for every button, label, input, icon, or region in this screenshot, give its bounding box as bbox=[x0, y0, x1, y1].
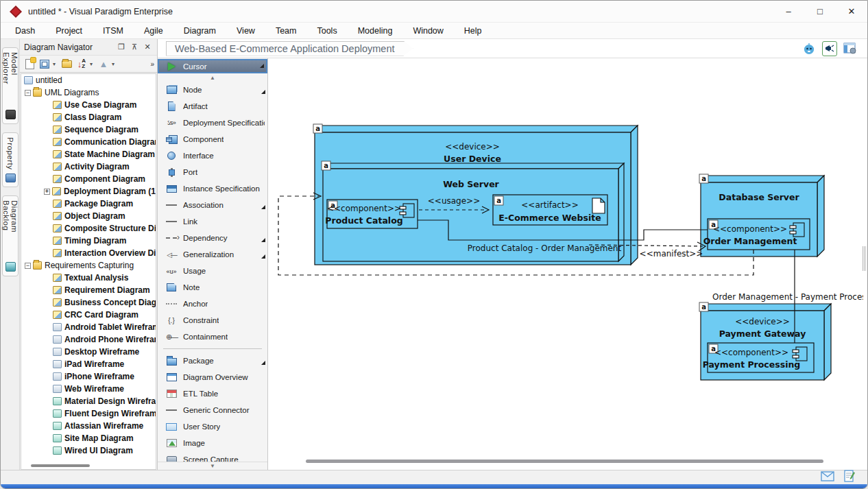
palette-tool-generic-connector[interactable]: Generic Connector bbox=[158, 402, 267, 418]
group-by-dropdown-icon[interactable]: ▾ bbox=[53, 61, 58, 67]
palette-tool-port[interactable]: Port bbox=[158, 164, 267, 180]
sort-dropdown-icon[interactable]: ▾ bbox=[90, 61, 95, 67]
tree-item-class-diagram[interactable]: Class Diagram bbox=[21, 111, 156, 123]
menu-agile[interactable]: Agile bbox=[134, 26, 173, 36]
canvas-horizontal-scrollbar[interactable] bbox=[306, 460, 823, 463]
menu-team[interactable]: Team bbox=[265, 26, 307, 36]
order-management-stereotype: <<component>> bbox=[713, 224, 787, 234]
tree-item-desktop-wireframe[interactable]: Desktop Wireframe bbox=[21, 346, 156, 358]
sort-icon[interactable]: ↓AZ bbox=[75, 57, 88, 71]
tree-item-ipad-wireframe[interactable]: iPad Wireframe bbox=[21, 358, 156, 370]
palette-tool-deployment-specification[interactable]: Deployment Specification bbox=[158, 115, 267, 131]
breadcrumb[interactable]: Web-Based E-Commerce Application Deploym… bbox=[166, 41, 413, 56]
maximize-button[interactable]: □ bbox=[804, 1, 836, 23]
palette-tool-image[interactable]: Image bbox=[158, 435, 267, 451]
collapse-toggle-icon[interactable]: − bbox=[25, 90, 31, 96]
palette-tool-constraint[interactable]: Constraint bbox=[158, 312, 267, 329]
close-icon[interactable]: ✕ bbox=[142, 42, 153, 53]
tab-property[interactable]: Property bbox=[2, 132, 19, 187]
tree-item-atlassian-wireframe[interactable]: Atlassian Wireframe bbox=[21, 420, 156, 432]
tree-item-uml-diagrams[interactable]: −UML Diagrams bbox=[21, 86, 156, 99]
palette-tool-generalization[interactable]: Generalization bbox=[158, 246, 267, 263]
menu-view[interactable]: View bbox=[226, 26, 265, 36]
menu-help[interactable]: Help bbox=[454, 26, 492, 36]
tree-horizontal-scrollbar[interactable] bbox=[31, 464, 90, 467]
palette-tool-note[interactable]: Note bbox=[158, 279, 267, 296]
panel-splitter-grip[interactable] bbox=[863, 246, 867, 271]
tree-item-crc-card-diagram[interactable]: CRC Card Diagram bbox=[21, 309, 156, 321]
tree-item-activity-diagram[interactable]: Activity Diagram bbox=[21, 160, 156, 173]
tree-item-untitled[interactable]: untitled bbox=[21, 74, 156, 86]
palette-scroll-up-icon[interactable]: ▲ bbox=[158, 73, 267, 82]
expand-toggle-icon[interactable]: + bbox=[44, 189, 50, 195]
tree-item-timing-diagram[interactable]: Timing Diagram bbox=[21, 235, 156, 247]
group-by-icon[interactable] bbox=[38, 57, 51, 71]
palette-tool-link[interactable]: Link bbox=[158, 213, 267, 230]
palette-scroll-down-icon[interactable]: ▼ bbox=[158, 462, 267, 470]
close-button[interactable]: ✕ bbox=[836, 1, 867, 23]
tree-item-android-phone-wireframe[interactable]: Android Phone Wireframe bbox=[21, 333, 156, 346]
panel-layout-icon[interactable] bbox=[843, 41, 858, 56]
messages-icon[interactable] bbox=[821, 471, 834, 484]
float-icon[interactable]: ❐ bbox=[116, 42, 127, 53]
pin-icon[interactable]: ⊼ bbox=[129, 42, 140, 53]
palette-tool-instance-specification[interactable]: Instance Specification bbox=[158, 180, 267, 197]
tree-item-requirements-capturing[interactable]: −Requirements Capturing bbox=[21, 259, 156, 272]
palette-tool-user-story[interactable]: User Story bbox=[158, 418, 267, 435]
tree-item-composite-structure-diagram[interactable]: Composite Structure Diagram bbox=[21, 222, 156, 235]
menu-project[interactable]: Project bbox=[45, 26, 93, 36]
tree-item-material-design-wireframe[interactable]: Material Design Wireframe bbox=[21, 395, 156, 407]
collapse-toggle-icon[interactable]: − bbox=[25, 263, 31, 269]
palette-tool-containment[interactable]: Containment bbox=[158, 329, 267, 345]
palette-tool-package[interactable]: Package bbox=[158, 353, 267, 369]
tree-item-business-concept-diagram[interactable]: Business Concept Diagram bbox=[21, 296, 156, 309]
tree-item-object-diagram[interactable]: Object Diagram bbox=[21, 210, 156, 222]
open-folder-icon[interactable] bbox=[60, 57, 73, 71]
palette-tool-association[interactable]: Association bbox=[158, 197, 267, 213]
collapse-icon[interactable]: ▲ bbox=[97, 57, 110, 71]
new-diagram-icon[interactable] bbox=[23, 57, 36, 71]
tree-item-site-map-diagram[interactable]: Site Map Diagram bbox=[21, 432, 156, 444]
status-bar bbox=[1, 470, 867, 484]
menu-diagram[interactable]: Diagram bbox=[173, 26, 226, 36]
overflow-icon[interactable]: » bbox=[150, 60, 154, 68]
palette-tool-usage[interactable]: Usage bbox=[158, 263, 267, 279]
tree-item-wired-ui-diagram[interactable]: Wired UI Diagram bbox=[21, 444, 156, 457]
palette-tool-node[interactable]: Node bbox=[158, 82, 267, 98]
tree-item-fluent-design-wireframe[interactable]: Fluent Design Wireframe bbox=[21, 407, 156, 420]
tree-item-package-diagram[interactable]: Package Diagram bbox=[21, 198, 156, 210]
tree-item-sequence-diagram[interactable]: Sequence Diagram bbox=[21, 123, 156, 136]
diagram-canvas[interactable]: aa aa aa aa <<device>> User Device Web S… bbox=[268, 58, 867, 470]
palette-tool-artifact[interactable]: Artifact bbox=[158, 98, 267, 115]
tab-model-explorer[interactable]: Model Explorer bbox=[2, 47, 19, 124]
palette-tool-anchor[interactable]: Anchor bbox=[158, 296, 267, 312]
minimize-button[interactable]: – bbox=[773, 1, 804, 23]
tree-item-state-machine-diagram[interactable]: State Machine Diagram bbox=[21, 148, 156, 160]
tree-item-deployment-diagram-1-[interactable]: +Deployment Diagram (1) bbox=[21, 185, 156, 198]
tree-item-communication-diagram[interactable]: Communication Diagram bbox=[21, 136, 156, 148]
palette-tool-component[interactable]: Component bbox=[158, 131, 267, 147]
palette-tool-dependency[interactable]: Dependency bbox=[158, 230, 267, 246]
menu-modeling[interactable]: Modeling bbox=[348, 26, 403, 36]
tree-item-component-diagram[interactable]: Component Diagram bbox=[21, 173, 156, 185]
palette-tool-diagram-overview[interactable]: Diagram Overview bbox=[158, 369, 267, 385]
collapse-dropdown-icon[interactable]: ▾ bbox=[112, 61, 117, 67]
menu-window[interactable]: Window bbox=[402, 26, 453, 36]
tree-item-interaction-overview-diagram[interactable]: Interaction Overview Diagram bbox=[21, 247, 156, 259]
tree-item-android-tablet-wireframe[interactable]: Android Tablet Wireframe bbox=[21, 321, 156, 333]
ai-assistant-icon[interactable] bbox=[801, 41, 817, 56]
menu-tools[interactable]: Tools bbox=[306, 26, 347, 36]
palette-tool-cursor[interactable]: Cursor bbox=[158, 59, 267, 73]
tree-item-iphone-wireframe[interactable]: iPhone Wireframe bbox=[21, 370, 156, 383]
tree-item-web-wireframe[interactable]: Web Wireframe bbox=[21, 383, 156, 395]
log-notes-icon[interactable] bbox=[844, 470, 855, 485]
menu-itsm[interactable]: ITSM bbox=[93, 26, 134, 36]
palette-tool-etl-table[interactable]: ETL Table bbox=[158, 385, 267, 402]
announcement-icon[interactable] bbox=[822, 41, 837, 56]
menu-dash[interactable]: Dash bbox=[5, 26, 45, 36]
tree-item-use-case-diagram[interactable]: Use Case Diagram bbox=[21, 99, 156, 111]
tree-item-requirement-diagram[interactable]: Requirement Diagram bbox=[21, 284, 156, 296]
tab-diagram-backlog[interactable]: Diagram Backlog bbox=[2, 195, 19, 276]
tree-item-textual-analysis[interactable]: Textual Analysis bbox=[21, 272, 156, 284]
palette-tool-interface[interactable]: Interface bbox=[158, 147, 267, 164]
